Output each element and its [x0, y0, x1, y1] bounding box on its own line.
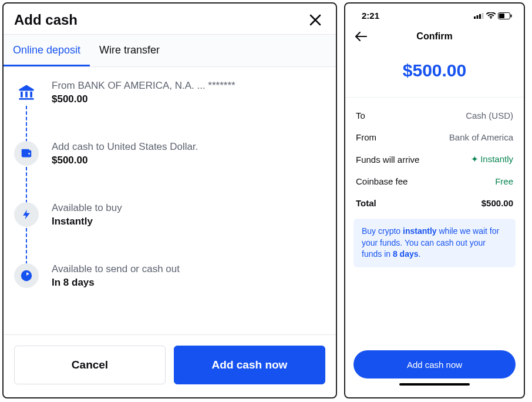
svg-rect-5 — [22, 149, 29, 152]
wallet-icon — [14, 141, 39, 166]
svg-rect-15 — [511, 14, 512, 17]
step-label: From BANK OF AMERICA, N.A. ... ******* — [52, 80, 235, 92]
step-available-to-cashout: Available to send or cash out In 8 days — [14, 263, 323, 304]
step-value: In 8 days — [52, 277, 180, 289]
bolt-icon — [14, 202, 39, 227]
back-arrow-icon[interactable] — [355, 31, 368, 42]
status-time: 2:21 — [362, 11, 379, 21]
page-title: Confirm — [345, 31, 524, 42]
svg-rect-14 — [499, 14, 504, 18]
battery-icon — [498, 12, 512, 19]
svg-rect-9 — [477, 15, 479, 19]
phone-header: Confirm — [345, 23, 524, 44]
steps-list: From BANK OF AMERICA, N.A. ... ******* $… — [4, 67, 336, 334]
modal-footer: Cancel Add cash now — [4, 334, 336, 397]
row-total: Total $500.00 — [356, 192, 513, 214]
add-cash-now-button[interactable]: Add cash now — [174, 346, 325, 384]
row-to: To Cash (USD) — [356, 105, 513, 126]
status-icons — [474, 12, 512, 19]
add-cash-modal: Add cash Online deposit Wire transfer Fr… — [2, 2, 337, 398]
details-list: To Cash (USD) From Bank of America Funds… — [345, 97, 524, 214]
step-value: $500.00 — [52, 155, 198, 166]
close-icon[interactable] — [307, 14, 324, 26]
status-bar: 2:21 — [345, 4, 524, 23]
row-key: Total — [356, 198, 376, 208]
row-value: ✦Instantly — [471, 154, 513, 165]
step-destination-currency: Add cash to United States Dollar. $500.0… — [14, 141, 323, 202]
svg-rect-1 — [25, 92, 28, 98]
row-value: Bank of America — [449, 132, 513, 142]
step-value: Instantly — [52, 216, 122, 227]
cellular-icon — [474, 12, 484, 19]
row-from: From Bank of America — [356, 126, 513, 148]
row-fee: Coinbase fee Free — [356, 170, 513, 192]
step-label: Add cash to United States Dollar. — [52, 141, 198, 153]
row-value: Cash (USD) — [466, 110, 513, 120]
step-available-to-buy: Available to buy Instantly — [14, 202, 323, 263]
svg-rect-10 — [479, 14, 481, 19]
svg-point-12 — [490, 18, 491, 19]
modal-title: Add cash — [14, 12, 78, 28]
modal-header: Add cash — [4, 4, 336, 34]
step-connector — [26, 106, 27, 142]
svg-rect-0 — [21, 92, 23, 98]
step-value: $500.00 — [52, 93, 235, 105]
step-label: Available to send or cash out — [52, 263, 180, 275]
step-source-bank: From BANK OF AMERICA, N.A. ... ******* $… — [14, 80, 323, 141]
bolt-icon: ✦ — [471, 154, 479, 164]
cancel-button[interactable]: Cancel — [14, 346, 166, 384]
svg-rect-11 — [482, 13, 484, 19]
svg-point-6 — [28, 153, 30, 155]
row-key: From — [356, 132, 376, 142]
step-connector — [26, 167, 27, 203]
wifi-icon — [486, 12, 496, 19]
add-cash-now-button[interactable]: Add cash now — [353, 350, 516, 378]
row-key: Coinbase fee — [356, 176, 408, 186]
home-indicator — [399, 383, 470, 386]
step-label: Available to buy — [52, 202, 122, 214]
row-value: $500.00 — [482, 198, 513, 208]
info-banner: Buy crypto instantly while we wait for y… — [353, 219, 516, 267]
row-key: Funds will arrive — [356, 155, 419, 165]
tab-wire-transfer[interactable]: Wire transfer — [90, 35, 169, 66]
row-value: Free — [495, 176, 513, 186]
row-funds-arrive: Funds will arrive ✦Instantly — [356, 148, 513, 170]
step-connector — [26, 228, 27, 264]
row-key: To — [356, 110, 365, 120]
phone-footer: Add cash now — [345, 350, 524, 397]
tab-online-deposit[interactable]: Online deposit — [4, 35, 90, 66]
svg-rect-2 — [30, 92, 32, 98]
clock-icon — [14, 263, 39, 288]
deposit-method-tabs: Online deposit Wire transfer — [4, 34, 336, 67]
bank-icon — [14, 80, 39, 105]
svg-rect-8 — [474, 16, 476, 19]
confirm-amount: $500.00 — [345, 44, 524, 97]
svg-rect-3 — [19, 98, 34, 100]
confirm-screen: 2:21 Confirm $500.00 To Cash (USD) From … — [344, 2, 525, 398]
